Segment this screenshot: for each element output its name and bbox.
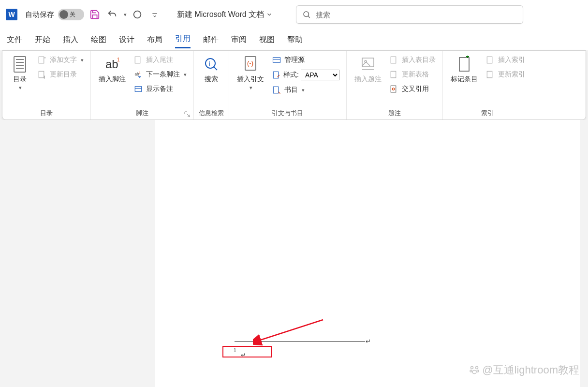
svg-point-36 <box>392 88 395 90</box>
ribbon: 目录 ▾ 添加文字▾ ! 更新目录 目录 ab1 插入 <box>2 50 586 120</box>
tab-view[interactable]: 视图 <box>259 32 275 48</box>
update-toc-button[interactable]: ! 更新目录 <box>34 68 87 81</box>
update-index-button[interactable]: 更新索引 <box>483 68 528 81</box>
svg-point-2 <box>304 12 309 17</box>
svg-rect-30 <box>362 58 374 67</box>
svg-rect-40 <box>487 57 492 63</box>
svg-rect-37 <box>459 58 469 71</box>
update-table-icon <box>389 70 399 79</box>
svg-rect-28 <box>273 72 279 78</box>
title-bar: W 自动保存 关 ▾ 新建 Microsoft Word 文档 <box>0 0 588 29</box>
cross-reference-button[interactable]: 交叉引用 <box>386 83 439 95</box>
insert-footnote-button[interactable]: ab1 插入脚注 <box>95 53 130 108</box>
svg-text:!: ! <box>44 75 45 79</box>
tab-references[interactable]: 引用 <box>175 31 191 48</box>
autosave-state: 关 <box>70 11 75 19</box>
toc-icon <box>11 55 29 74</box>
chevron-down-icon <box>266 11 273 18</box>
footnote-icon: ab1 <box>103 55 121 74</box>
word-app-icon: W <box>6 9 17 20</box>
svg-point-47 <box>477 370 479 372</box>
search-box[interactable] <box>296 5 523 24</box>
svg-rect-26 <box>273 58 280 63</box>
style-icon <box>272 70 281 80</box>
group-toc: 目录 ▾ 添加文字▾ ! 更新目录 目录 <box>2 51 91 119</box>
mark-entry-button[interactable]: 标记条目 <box>447 53 482 108</box>
show-notes-button[interactable]: 显示备注 <box>131 83 190 95</box>
svg-rect-4 <box>14 57 26 72</box>
chevron-down-icon: ▾ <box>250 85 252 91</box>
show-notes-icon <box>133 84 143 94</box>
svg-rect-19 <box>135 87 142 92</box>
add-text-icon <box>37 55 47 65</box>
tab-file[interactable]: 文件 <box>7 32 22 48</box>
table-figures-icon <box>389 55 399 65</box>
insert-endnote-button[interactable]: 插入尾注 <box>131 54 190 66</box>
mark-entry-icon <box>456 55 473 74</box>
tab-home[interactable]: 开始 <box>35 32 50 48</box>
bibliography-button[interactable]: 书目▾ <box>269 84 342 96</box>
svg-text:i: i <box>209 60 210 67</box>
paragraph-mark: ↵ <box>366 338 371 345</box>
document-area: ↵ 1 ↵ @互通lightroom教程 <box>0 120 588 387</box>
toc-button[interactable]: 目录 ▾ <box>6 53 33 108</box>
svg-line-43 <box>259 320 323 341</box>
svg-text:1: 1 <box>117 57 120 62</box>
ribbon-tabs: 文件 开始 插入 绘图 设计 布局 引用 邮件 审阅 视图 帮助 <box>0 29 588 50</box>
tab-mailings[interactable]: 邮件 <box>203 32 219 48</box>
svg-point-45 <box>476 367 478 369</box>
footnote-number: 1 <box>234 348 236 353</box>
insert-table-figures-button[interactable]: 插入表目录 <box>386 54 439 66</box>
undo-dropdown-icon[interactable]: ▾ <box>124 12 127 18</box>
group-research: i 搜索 信息检索 <box>194 51 229 119</box>
insert-caption-button[interactable]: 插入题注 <box>351 53 385 108</box>
qat-customize[interactable] <box>148 8 162 21</box>
search-info-icon: i <box>203 55 220 74</box>
search-button[interactable]: i 搜索 <box>198 53 225 108</box>
tab-design[interactable]: 设计 <box>119 32 134 48</box>
redo-button[interactable] <box>131 8 144 21</box>
insert-index-button[interactable]: 插入索引 <box>483 54 528 66</box>
svg-rect-29 <box>273 87 279 93</box>
update-table-button[interactable]: 更新表格 <box>386 68 439 81</box>
svg-point-0 <box>134 11 141 18</box>
tab-review[interactable]: 审阅 <box>231 32 247 48</box>
svg-rect-34 <box>391 71 396 78</box>
manage-sources-button[interactable]: 管理源 <box>269 54 342 66</box>
svg-line-22 <box>214 67 217 70</box>
group-footnotes: ab1 插入脚注 插入尾注 ab1 下一条脚注▾ 显示备注 脚注 <box>91 51 194 119</box>
group-index: 标记条目 插入索引 更新索引 索引 <box>443 51 532 119</box>
citation-style-select[interactable]: APA <box>301 70 339 80</box>
tab-layout[interactable]: 布局 <box>147 32 162 48</box>
next-footnote-button[interactable]: ab1 下一条脚注▾ <box>131 68 190 81</box>
svg-text:ab: ab <box>105 58 118 71</box>
document-title[interactable]: 新建 Microsoft Word 文档 <box>177 10 273 20</box>
svg-point-46 <box>470 370 472 372</box>
insert-index-icon <box>485 55 495 65</box>
svg-point-21 <box>206 59 215 68</box>
update-index-icon <box>485 70 495 79</box>
paw-icon <box>469 364 480 376</box>
svg-rect-35 <box>391 86 396 92</box>
undo-button[interactable] <box>105 8 119 21</box>
group-citations: (-) 插入引文 ▾ 管理源 样式: APA <box>229 51 347 119</box>
svg-text:1: 1 <box>139 71 141 74</box>
tab-insert[interactable]: 插入 <box>63 32 78 48</box>
svg-rect-33 <box>391 57 396 63</box>
add-text-button[interactable]: 添加文字▾ <box>34 54 87 66</box>
insert-citation-button[interactable]: (-) 插入引文 ▾ <box>233 53 268 108</box>
update-icon: ! <box>37 70 47 79</box>
svg-point-48 <box>472 371 476 374</box>
save-button[interactable] <box>88 8 102 21</box>
tab-help[interactable]: 帮助 <box>287 32 303 48</box>
svg-rect-12 <box>39 71 44 78</box>
chevron-down-icon: ▾ <box>19 85 22 91</box>
svg-rect-41 <box>487 71 492 78</box>
search-input[interactable] <box>316 11 517 19</box>
document-page[interactable] <box>155 120 580 387</box>
citation-icon: (-) <box>242 55 259 74</box>
bibliography-icon <box>272 85 281 95</box>
autosave-toggle[interactable]: 关 <box>58 9 84 20</box>
dialog-launcher-icon[interactable] <box>184 111 191 118</box>
tab-draw[interactable]: 绘图 <box>91 32 106 48</box>
